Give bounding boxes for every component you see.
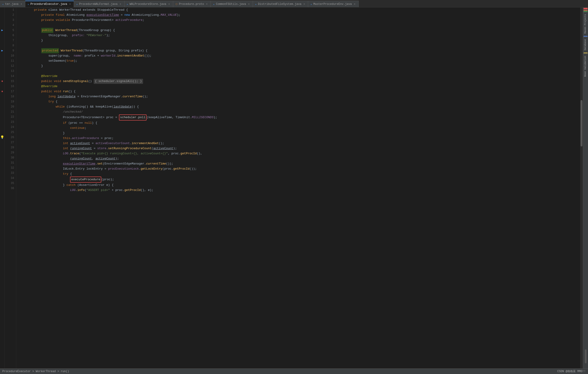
code-line: private volatile Procedure<TEnvironment>…: [20, 18, 580, 23]
tab-procedureexecutor[interactable]: ☕ ProcedureExecutor.java ×: [25, 1, 74, 7]
tab-label: ProcedureWALFormat.java: [79, 2, 117, 6]
code-line: public WorkerThread(ThreadGroup group) {: [20, 28, 580, 33]
code-line: protected WorkerThread(ThreadGroup group…: [20, 48, 580, 53]
tab-close-icon[interactable]: ×: [69, 2, 72, 6]
code-line: if (proc == null) {: [20, 121, 580, 126]
tab-close-icon[interactable]: ×: [247, 2, 250, 6]
tab-close-icon[interactable]: ×: [168, 2, 171, 6]
code-line: try {: [20, 172, 580, 177]
line-numbers: 12345 678910 1112131415 1617181920 21222…: [5, 7, 16, 368]
code-line: int runningCount = store.setRunningProce…: [20, 146, 580, 151]
scrollbar[interactable]: [580, 7, 583, 368]
tab-distributedfilesystem[interactable]: ☕ DistributedFileSystem.java ×: [253, 1, 308, 7]
tab-procedurewalformat[interactable]: ☕ ProcedureWALFormat.java ×: [74, 1, 124, 7]
code-line: Procedure<TEnvironment> proc = scheduler…: [20, 114, 580, 121]
code-line: public void sendStopSignal() { scheduler…: [20, 79, 580, 84]
tab-close-icon[interactable]: ×: [20, 2, 23, 6]
tab-bar: ☕ ter.java × ☕ ProcedureExecutor.java × …: [0, 0, 588, 7]
code-line: }: [20, 38, 580, 43]
code-line: this.activeProcedure = proc;: [20, 136, 580, 141]
tab-close-icon[interactable]: ×: [303, 2, 306, 6]
code-line: }: [20, 63, 580, 69]
tab-label: ter.java: [5, 2, 19, 6]
bean-validation-panel[interactable]: Bean Validation: [583, 54, 588, 79]
status-bar: ProcedureExecutor > WorkerThread > run()…: [0, 368, 588, 374]
tab-label: WALProcedureStore.java: [130, 2, 166, 6]
code-line: private class WorkerThread extends Stopp…: [20, 7, 580, 12]
maven-projects-panel[interactable]: Maven Projects: [583, 12, 588, 35]
code-line: [20, 23, 580, 28]
right-tool-panels: Maven Projects Database Bean Validation: [583, 7, 588, 368]
breadcrumb: ProcedureExecutor > WorkerThread > run(): [2, 370, 69, 373]
code-line: private final AtomicLong executionStartT…: [20, 12, 580, 18]
code-line: @Override: [20, 84, 580, 89]
tab-close-icon[interactable]: ×: [353, 2, 356, 6]
code-line: continue;: [20, 126, 580, 131]
code-line: executeProcedure(proc);: [20, 177, 580, 182]
code-line: try {: [20, 99, 580, 104]
tab-masterprocedureenv[interactable]: ☕ MasterProcedureEnv.java ×: [308, 1, 358, 7]
tab-ter-java[interactable]: ☕ ter.java ×: [0, 1, 25, 7]
code-line: }: [20, 131, 580, 136]
code-line: setDaemon(true);: [20, 58, 580, 63]
tab-close-icon[interactable]: ×: [119, 2, 122, 6]
code-line: [20, 69, 580, 74]
tab-close-icon[interactable]: ×: [205, 2, 209, 6]
code-line: while (isRunning() && keepAlive(lastUpda…: [20, 104, 580, 109]
tab-label: ProcedureExecutor.java: [30, 2, 67, 6]
main-area: ▶ ▶ ◉ ◉ 💡 12345 678910 1112131415 161718…: [0, 7, 588, 368]
status-info: CSDN @格格巫 MMO!!: [557, 369, 586, 373]
database-panel[interactable]: Database: [583, 37, 588, 52]
code-line: } catch (AssertionError e) {: [20, 182, 580, 188]
code-line: LOG.info("ASSERT pid=" + proc.getProcId(…: [20, 188, 580, 193]
tab-commonfsutils[interactable]: ☕ CommonFSUtils.java ×: [211, 1, 253, 7]
scrollbar-thumb[interactable]: [581, 100, 582, 146]
code-line: executionStartTime.set(EnvironmentEdgeMa…: [20, 161, 580, 166]
code-line: int activeCount = activeExecutorCount.in…: [20, 141, 580, 146]
code-line: super(group, name: prefix + workerId.inc…: [20, 53, 580, 58]
tab-procedure-proto[interactable]: ⬡ Procedure.proto ×: [173, 1, 211, 7]
code-line: LOG.trace("Execute pid={} runningCount={…: [20, 151, 580, 156]
left-margin: ▶ ▶ ◉ ◉ 💡: [0, 7, 5, 368]
tab-label: MasterProcedureEnv.java: [314, 2, 352, 6]
code-line: public void run() {: [20, 89, 580, 94]
tab-label: DistributedFileSystem.java: [258, 2, 301, 6]
tab-label: Procedure.proto: [179, 2, 204, 6]
code-line: runningCount, activeCount);: [20, 156, 580, 161]
code-line: this(group, prefix: "PEWorker-");: [20, 33, 580, 38]
code-editor[interactable]: private class WorkerThread extends Stopp…: [16, 7, 580, 368]
tab-walprocedurestore[interactable]: ☕ WALProcedureStore.java ×: [125, 1, 173, 7]
code-line: [20, 43, 580, 48]
code-line: IdLock.Entry lockEntry = procExecutionLo…: [20, 166, 580, 172]
code-line: @Override: [20, 74, 580, 79]
tab-label: CommonFSUtils.java: [216, 2, 246, 6]
code-line: /unchecked/: [20, 109, 580, 114]
code-line: long lastUpdate = EnvironmentEdgeManager…: [20, 94, 580, 99]
